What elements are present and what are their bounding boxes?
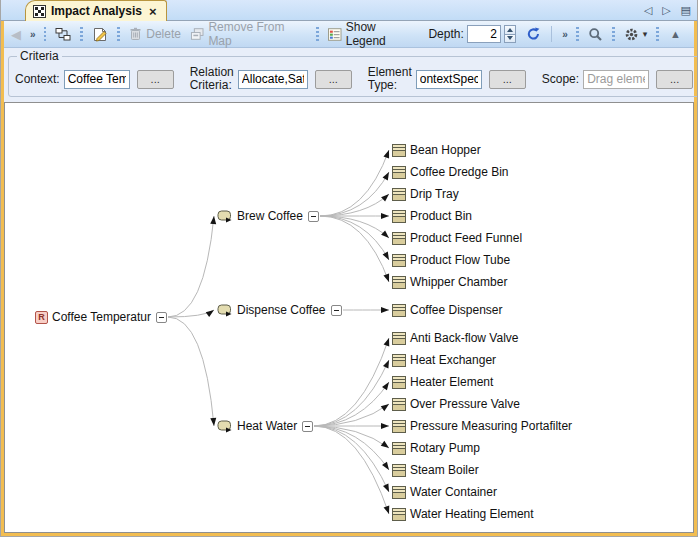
up-triangle-icon: [507, 28, 513, 32]
search-icon: [588, 27, 603, 42]
map-node-label: Water Container: [410, 485, 497, 499]
tab-title: Impact Analysis: [51, 4, 142, 18]
toolbar-overflow-icon[interactable]: »: [27, 27, 38, 42]
map-node-label: Anti Back-flow Valve: [410, 331, 519, 345]
toolbar-drag-handle: [80, 27, 83, 42]
toolbar-drag-handle: [656, 27, 659, 42]
block-icon: [392, 376, 406, 389]
context-browse-button[interactable]: ...: [137, 70, 174, 89]
criteria-row: Context: ... Relation Criteria: ... Elem…: [15, 66, 693, 92]
depth-up-button[interactable]: [504, 25, 517, 35]
block-icon: [392, 508, 406, 521]
impact-analysis-icon: [33, 5, 46, 18]
toolbar-drag-handle: [576, 27, 579, 42]
caret-down-icon: ▾: [643, 29, 648, 39]
block-icon: [392, 276, 406, 289]
map-node-label: Product Flow Tube: [410, 253, 510, 267]
scope-input[interactable]: [583, 70, 649, 89]
collapse-minus-button[interactable]: [156, 312, 167, 323]
tab-close-icon[interactable]: ×: [149, 5, 157, 18]
block-icon: [392, 188, 406, 201]
map-node-label: Dispense Coffee: [237, 303, 326, 317]
delete-button[interactable]: Delete: [126, 25, 184, 43]
map-node[interactable]: Anti Back-flow Valve: [392, 330, 519, 346]
map-node-label: Rotary Pump: [410, 441, 480, 455]
report-edit-icon: [92, 27, 108, 42]
tab-impact-analysis[interactable]: Impact Analysis ×: [25, 0, 167, 21]
relation-criteria-browse-button[interactable]: ...: [315, 70, 352, 89]
block-icon: [392, 420, 406, 433]
search-button[interactable]: [585, 25, 606, 44]
map-node[interactable]: Steam Boiler: [392, 462, 479, 478]
prev-tab-icon[interactable]: ◁: [644, 5, 652, 16]
gear-icon: [624, 27, 639, 42]
collapse-minus-button[interactable]: [308, 211, 319, 222]
block-icon: [392, 210, 406, 223]
map-node-label: Product Bin: [410, 209, 472, 223]
element-type-input[interactable]: [416, 70, 482, 89]
map-node[interactable]: Product Bin: [392, 208, 472, 224]
element-type-browse-button[interactable]: ...: [489, 70, 526, 89]
depth-down-button[interactable]: [504, 35, 517, 44]
map-node-label: Heater Element: [410, 375, 493, 389]
map-node-label: Whipper Chamber: [410, 275, 507, 289]
relation-map-canvas: Bean HopperCoffee Dredge BinDrip TrayPro…: [4, 102, 694, 533]
element-type-label: Element Type:: [368, 66, 412, 92]
criteria-title: Criteria: [17, 49, 62, 63]
map-node-label: Pressure Measuring Portafilter: [410, 419, 572, 433]
block-icon: [392, 144, 406, 157]
depth-input[interactable]: [467, 25, 501, 43]
map-node[interactable]: Bean Hopper: [392, 142, 481, 158]
map-node[interactable]: Pressure Measuring Portafilter: [392, 418, 572, 434]
scope-label: Scope:: [542, 73, 579, 86]
map-node-label: Over Pressure Valve: [410, 397, 520, 411]
context-input[interactable]: [64, 70, 130, 89]
map-node[interactable]: Heat Exchanger: [392, 352, 496, 368]
show-legend-button[interactable]: Show Legend: [325, 18, 419, 50]
refresh-button[interactable]: [523, 25, 544, 43]
relation-criteria-input[interactable]: [238, 70, 308, 89]
toolbar: ◀ »: [4, 21, 694, 48]
map-node[interactable]: Water Heating Element: [392, 506, 534, 522]
remove-from-map-button[interactable]: Remove From Map: [187, 18, 310, 50]
activity-icon: [217, 303, 233, 317]
relation-map-button[interactable]: [52, 25, 74, 44]
options-button[interactable]: ▾: [621, 25, 651, 44]
scope-browse-button[interactable]: ...: [656, 70, 693, 89]
map-node-label: Steam Boiler: [410, 463, 479, 477]
map-node[interactable]: Water Container: [392, 484, 497, 500]
down-triangle-icon: [507, 36, 513, 40]
toolbar-overflow-icon[interactable]: »: [559, 27, 570, 42]
map-node[interactable]: Drip Tray: [392, 186, 459, 202]
map-node[interactable]: Brew Coffee: [217, 208, 319, 224]
map-node[interactable]: Coffee Dredge Bin: [392, 164, 509, 180]
tab-list-icon[interactable]: ▤: [681, 5, 691, 16]
collapse-minus-button[interactable]: [331, 305, 342, 316]
map-node[interactable]: Over Pressure Valve: [392, 396, 520, 412]
map-node[interactable]: Rotary Pump: [392, 440, 480, 456]
map-node-label: Heat Exchanger: [410, 353, 496, 367]
collapse-minus-button[interactable]: [302, 421, 313, 432]
map-node[interactable]: Dispense Coffee: [217, 302, 342, 318]
map-node[interactable]: Heat Water: [217, 418, 313, 434]
map-node[interactable]: Product Flow Tube: [392, 252, 510, 268]
block-icon: [392, 442, 406, 455]
map-node-label: Drip Tray: [410, 187, 459, 201]
next-tab-icon[interactable]: ▷: [662, 5, 670, 16]
depth-spinner: [504, 25, 517, 43]
map-node[interactable]: Coffee Dispenser: [392, 302, 503, 318]
toolbar-drag-handle: [612, 27, 615, 42]
toolbar-separator: [551, 26, 552, 42]
requirement-icon: R: [35, 311, 48, 324]
relation-map-icon: [55, 27, 71, 42]
map-node-label: Coffee Dredge Bin: [410, 165, 509, 179]
back-button[interactable]: ◀: [8, 25, 24, 44]
map-node[interactable]: Product Feed Funnel: [392, 230, 522, 246]
block-icon: [392, 332, 406, 345]
map-node[interactable]: RCoffee Temperatur: [35, 309, 167, 325]
collapse-criteria-button[interactable]: ▲: [667, 26, 684, 42]
map-node[interactable]: Heater Element: [392, 374, 493, 390]
map-node[interactable]: Whipper Chamber: [392, 274, 507, 290]
generate-report-button[interactable]: [89, 25, 111, 44]
block-icon: [392, 354, 406, 367]
